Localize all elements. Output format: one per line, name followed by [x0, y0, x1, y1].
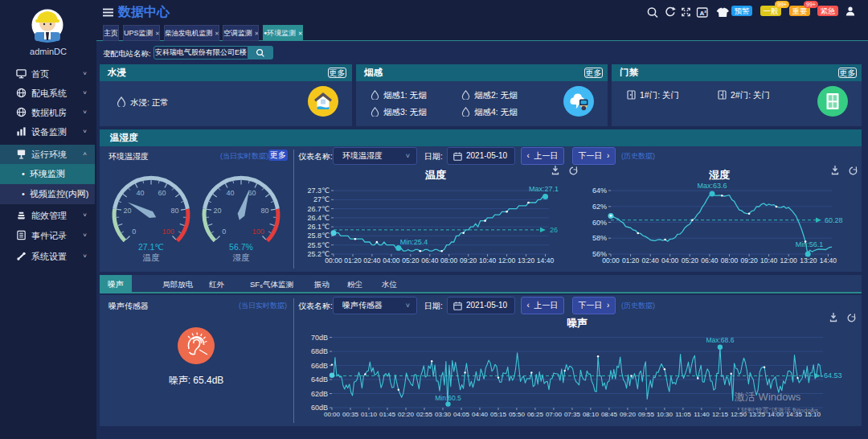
svg-text:05:20: 05:20: [682, 256, 699, 265]
svg-text:湿度: 湿度: [233, 252, 251, 262]
svg-text:02:40: 02:40: [363, 256, 381, 265]
svg-text:09:55: 09:55: [638, 411, 655, 418]
svg-text:80: 80: [171, 207, 179, 215]
svg-text:08:10: 08:10: [583, 411, 600, 418]
svg-text:0: 0: [132, 228, 136, 236]
svg-text:00:35: 00:35: [342, 411, 359, 418]
svg-text:Max:63.6: Max:63.6: [697, 182, 727, 190]
svg-text:01:10: 01:10: [361, 411, 378, 418]
svg-text:27℃: 27℃: [313, 195, 330, 203]
svg-text:07:00: 07:00: [546, 411, 563, 418]
svg-text:56.7%: 56.7%: [229, 242, 253, 252]
svg-text:62dB: 62dB: [311, 390, 328, 398]
svg-text:60%: 60%: [592, 219, 607, 227]
svg-text:04:05: 04:05: [453, 411, 470, 418]
svg-text:60: 60: [248, 189, 256, 197]
svg-text:Min:60.5: Min:60.5: [435, 394, 461, 402]
svg-text:0: 0: [222, 228, 226, 236]
svg-text:04:40: 04:40: [472, 411, 489, 418]
svg-text:Min:25.4: Min:25.4: [400, 238, 428, 246]
svg-text:14:40: 14:40: [537, 256, 555, 265]
svg-text:10:40: 10:40: [479, 256, 497, 265]
svg-text:64dB: 64dB: [311, 375, 328, 384]
svg-text:03:30: 03:30: [435, 411, 452, 418]
svg-text:40: 40: [136, 189, 144, 197]
svg-text:58%: 58%: [592, 234, 607, 242]
svg-text:40: 40: [226, 189, 234, 197]
svg-text:02:20: 02:20: [398, 411, 415, 418]
svg-text:80: 80: [261, 207, 269, 215]
svg-text:26.1℃: 26.1℃: [307, 223, 330, 231]
svg-text:66dB: 66dB: [311, 362, 328, 370]
svg-text:08:45: 08:45: [601, 411, 618, 418]
svg-text:08:00: 08:00: [721, 256, 739, 265]
svg-text:00:00: 00:00: [602, 256, 620, 265]
svg-text:11:40: 11:40: [694, 411, 710, 418]
svg-text:26.7℃: 26.7℃: [307, 205, 330, 213]
svg-text:01:20: 01:20: [344, 256, 362, 265]
svg-text:27.3℃: 27.3℃: [307, 187, 330, 195]
svg-text:01:20: 01:20: [622, 256, 640, 265]
svg-text:06:40: 06:40: [421, 256, 439, 265]
svg-text:08:00: 08:00: [440, 256, 458, 265]
svg-text:10:40: 10:40: [760, 256, 778, 265]
svg-text:64%: 64%: [592, 187, 607, 195]
svg-text:26.4℃: 26.4℃: [307, 214, 330, 222]
svg-text:11:05: 11:05: [675, 411, 691, 418]
svg-text:00:00: 00:00: [324, 411, 341, 418]
svg-text:20: 20: [213, 207, 221, 215]
svg-text:10:30: 10:30: [657, 411, 674, 418]
svg-text:06:25: 06:25: [527, 411, 544, 418]
svg-text:64.53: 64.53: [824, 371, 842, 380]
svg-text:02:40: 02:40: [642, 256, 660, 265]
svg-text:Max:68.6: Max:68.6: [706, 336, 734, 344]
svg-text:A²: A²: [700, 10, 707, 17]
svg-text:13:20: 13:20: [800, 256, 817, 265]
svg-text:09:20: 09:20: [460, 256, 477, 265]
svg-text:01:45: 01:45: [379, 411, 396, 418]
svg-text:26: 26: [550, 226, 558, 234]
svg-text:12:00: 12:00: [498, 256, 516, 265]
svg-text:14:40: 14:40: [820, 256, 837, 265]
svg-text:04:00: 04:00: [383, 256, 400, 265]
svg-text:04:00: 04:00: [661, 256, 679, 265]
svg-text:27.1℃: 27.1℃: [138, 242, 164, 252]
svg-text:05:15: 05:15: [490, 411, 507, 418]
svg-text:06:40: 06:40: [701, 256, 719, 265]
svg-text:09:20: 09:20: [740, 256, 758, 265]
svg-text:05:20: 05:20: [402, 256, 420, 265]
svg-text:70dB: 70dB: [311, 334, 328, 342]
svg-text:100: 100: [162, 228, 174, 236]
svg-text:60.28: 60.28: [825, 216, 843, 224]
svg-text:62%: 62%: [592, 203, 607, 211]
svg-text:Max:27.1: Max:27.1: [529, 185, 559, 193]
svg-text:02:55: 02:55: [416, 411, 433, 418]
svg-text:25.5℃: 25.5℃: [307, 241, 330, 249]
svg-text:09:20: 09:20: [620, 411, 637, 418]
svg-text:25.8℃: 25.8℃: [307, 232, 330, 240]
svg-text:12:00: 12:00: [780, 256, 798, 265]
svg-text:68dB: 68dB: [311, 347, 328, 355]
svg-text:温度: 温度: [143, 252, 161, 262]
svg-text:07:35: 07:35: [564, 411, 581, 418]
svg-text:60: 60: [158, 189, 166, 197]
svg-text:13:20: 13:20: [518, 256, 535, 265]
svg-text:05:50: 05:50: [509, 411, 526, 418]
svg-text:12:15: 12:15: [712, 411, 729, 418]
svg-text:00:00: 00:00: [325, 256, 342, 265]
svg-text:20: 20: [123, 207, 131, 215]
svg-text:100: 100: [252, 228, 264, 236]
svg-text:Min:56.1: Min:56.1: [796, 240, 824, 248]
